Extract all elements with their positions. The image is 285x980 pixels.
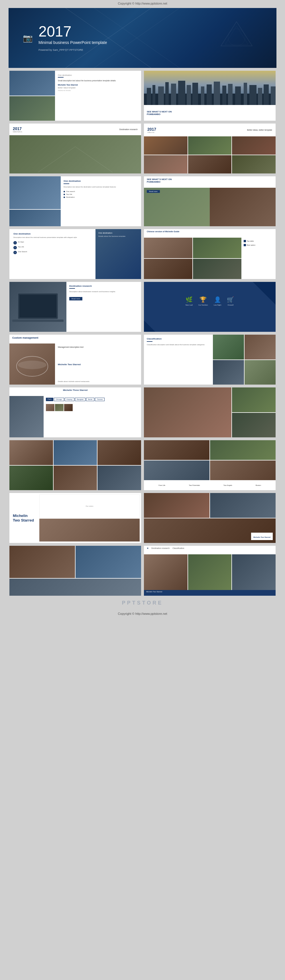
desc-text: Small description text about the busines… <box>58 79 138 82</box>
check-item-2: Best option <box>244 244 273 246</box>
row-4: One destination Description text about t… <box>10 176 276 226</box>
slide4r-photos: Read more <box>144 188 276 226</box>
meat1 <box>144 493 209 518</box>
slide5l-desc: Description text about the minimal busin… <box>13 236 92 239</box>
four-labels: Free Life Two Potentials Two Angels Bost… <box>144 480 276 490</box>
svg-rect-19 <box>222 86 226 105</box>
num1: 1 <box>13 241 17 245</box>
see-what-label: SEE WHAT`S NEXT ON <box>147 110 273 113</box>
p2 <box>210 440 276 460</box>
icon-item-1: 🌿 New Leaf <box>185 296 193 306</box>
photo-bottom <box>10 96 55 121</box>
svg-rect-24 <box>258 88 262 105</box>
g6 <box>97 466 141 490</box>
svg-rect-14 <box>187 85 191 105</box>
svg-rect-20 <box>228 84 233 105</box>
slide11r-photos <box>144 554 276 590</box>
hero-powered: Powered by Sam_PPP分T PPTSTORE <box>38 48 107 52</box>
one-destination-label: One destination <box>58 74 138 76</box>
row-2: One destination Small description text a… <box>10 71 276 121</box>
svg-rect-17 <box>207 84 212 105</box>
h-food1 <box>10 546 75 578</box>
numbered-items: 1 01 Start 2 Top Life 3 One Search <box>13 241 92 254</box>
fg3 <box>144 259 192 279</box>
person-icon: 👤 <box>214 296 221 303</box>
food6 <box>232 155 276 173</box>
svg-rect-21 <box>235 86 241 105</box>
city-photo <box>144 71 276 105</box>
class-title: Classification <box>147 337 210 340</box>
food5 <box>188 155 232 173</box>
leaf-icon: 🌿 <box>185 296 193 303</box>
svg-rect-25 <box>264 84 269 105</box>
svg-rect-15 <box>192 83 198 105</box>
svg-marker-0 <box>221 22 252 46</box>
cp3 <box>213 360 244 385</box>
food4 <box>144 155 188 173</box>
g5 <box>54 466 97 490</box>
slide-4-left: One destination Description text about t… <box>10 176 141 226</box>
slide3l-sub: NBBVNBVS <box>13 131 22 133</box>
svg-rect-10 <box>158 86 164 105</box>
slide-hero: 📷 2017 Minimal business PowerPoint templ… <box>8 8 277 68</box>
row-11: ★ Destination research Classification Mi… <box>10 546 276 596</box>
slide5r-content: Top table Best option <box>144 238 276 279</box>
svg-rect-31 <box>12 320 63 322</box>
large-food <box>144 387 231 438</box>
icon-row: 🌿 New Leaf 🏆 Car Nutrition 👤 Low Night 🛒… <box>150 296 270 306</box>
one-dest-label: One destination <box>63 180 138 182</box>
city-photo1 <box>10 176 61 209</box>
dot-label-1: One search <box>66 191 75 192</box>
col-label-1: Free Life <box>158 484 165 486</box>
food-thumb-row <box>46 403 139 411</box>
svg-rect-22 <box>244 83 247 105</box>
slide10l-text: Michelin Two Starred <box>10 493 38 543</box>
svg-rect-12 <box>171 84 176 105</box>
dot-label-3: Destination <box>66 196 74 198</box>
laptop-photo <box>10 282 66 332</box>
corner-triangle <box>253 282 276 305</box>
slide4l-content: One destination Description text about t… <box>61 176 141 226</box>
desc: Description text about the destination a… <box>63 186 138 188</box>
photo-top <box>10 71 55 95</box>
slide8l-content: Paris Chicago Kuiping Bangkok Berlin Tor… <box>10 396 141 438</box>
thumb1 <box>46 404 54 411</box>
svg-point-33 <box>18 361 46 369</box>
panel-label: One destination <box>98 232 138 234</box>
better-text: Better Value template <box>58 87 138 89</box>
read-more-btn[interactable]: Read more <box>69 297 82 301</box>
corner-triangle2 <box>144 320 155 332</box>
rp2 <box>188 554 232 590</box>
panel-desc: Details about the business template <box>98 235 138 237</box>
svg-rect-16 <box>201 86 204 105</box>
camera-icon: 📷 <box>23 33 33 43</box>
g2 <box>54 440 97 465</box>
slide-9-right: Free Life Two Potentials Two Angels Bost… <box>144 440 276 490</box>
michelin-label: Michelin Two Starred <box>58 84 138 86</box>
city-tag-photo <box>10 396 44 438</box>
accent <box>63 183 69 184</box>
cp4 <box>245 360 276 385</box>
rp3 <box>232 554 276 590</box>
slide8l-header: Michelin Three Starred <box>10 387 141 396</box>
p1 <box>144 440 209 460</box>
slide7l-right: Management description text Michelin Two… <box>55 344 141 385</box>
slide-2-right: SEE WHAT`S NEXT ON PUMBAMBO <box>144 71 276 121</box>
food-sm <box>40 519 140 542</box>
slide-7-left: Custom management Management description… <box>10 335 141 385</box>
m3s-title: Michelin Three Starred <box>12 389 138 391</box>
p4 <box>210 460 276 480</box>
cart-icon: 🛒 <box>227 296 234 303</box>
svg-rect-9 <box>152 85 155 105</box>
city-photo2 <box>10 210 61 226</box>
food-overlay <box>210 188 276 226</box>
slide5l-text: One destination Description text about t… <box>10 229 95 279</box>
hero-content: 2017 Minimal business PowerPoint templat… <box>38 24 107 52</box>
slide-8-right <box>144 387 276 438</box>
icon-label-2: Car Nutrition <box>198 304 208 306</box>
michelin-two-big: Michelin Two Starred <box>13 514 35 522</box>
slide7r-text: Classification Classification descriptio… <box>144 335 213 385</box>
tag-paris: Paris <box>46 398 53 401</box>
svg-rect-11 <box>165 82 169 105</box>
custom-mgmt: Custom management <box>12 336 138 339</box>
